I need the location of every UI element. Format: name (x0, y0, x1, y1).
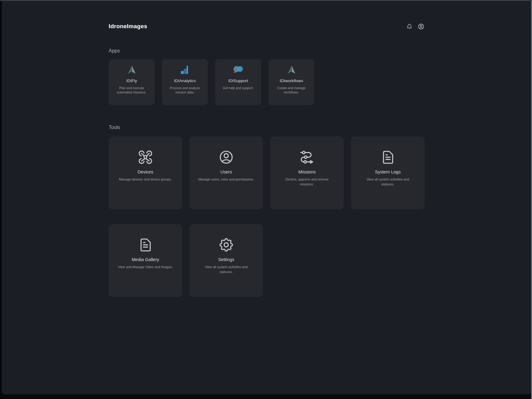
app-card-title: IDIworkflows (272, 78, 311, 83)
tool-card-description: View all system activities and statuses. (198, 265, 254, 274)
tool-card-title: Devices (117, 169, 174, 174)
page-header: IdroneImages (109, 22, 425, 30)
chat-bubbles-logo-icon (219, 64, 257, 76)
tool-card-description: View all system activities and statuses. (360, 177, 416, 187)
app-card-idianalytics[interactable]: IDIAnalytics Process and analyze mission… (162, 59, 208, 105)
document-lines-icon (360, 149, 416, 166)
tool-card-users[interactable]: Users Manage users, roles and permission… (189, 136, 263, 209)
tool-card-description: Decline, approve and remove missions. (279, 177, 335, 187)
drone-icon (117, 149, 174, 166)
app-card-title: IDIAnalytics (166, 78, 204, 83)
tool-card-title: Media Gallery (117, 257, 174, 262)
tool-card-system-logs[interactable]: System Logs View all system activities a… (351, 136, 425, 209)
apps-section-heading: Apps (109, 48, 425, 54)
app-window: IdroneImages Apps (2, 1, 531, 394)
tool-card-title: Missions (279, 169, 335, 174)
tool-card-title: Settings (198, 257, 254, 262)
tool-card-description: View and Manage Video and Images. (117, 265, 174, 270)
tool-card-title: System Logs (360, 169, 416, 174)
app-card-description: Plan and execute automated missions. (112, 86, 151, 95)
tool-card-devices[interactable]: Devices Manage devices and device groups… (109, 136, 182, 209)
bar-chart-logo-icon (166, 64, 204, 76)
header-icons (406, 23, 425, 30)
notifications-bell-icon[interactable] (406, 23, 413, 30)
app-card-description: Create and manage workflows. (272, 86, 311, 95)
tool-card-description: Manage users, roles and permissions. (198, 177, 254, 182)
tool-card-media-gallery[interactable]: Media Gallery View and Manage Video and … (109, 224, 182, 297)
app-card-title: IDISupport (219, 78, 257, 83)
page-title: IdroneImages (109, 23, 147, 30)
app-card-description: Process and analyze mission data. (166, 86, 204, 95)
app-card-idifly[interactable]: IDIFly Plan and execute automated missio… (109, 59, 155, 105)
idiworkflows-triangle-logo-icon (272, 64, 311, 76)
app-card-idiworkflows[interactable]: IDIworkflows Create and manage workflows… (268, 59, 314, 105)
main-content: IdroneImages Apps (109, 1, 425, 297)
gear-icon (198, 236, 254, 253)
document-lines-icon (117, 236, 174, 253)
tool-card-description: Manage devices and device groups. (117, 177, 174, 182)
app-card-title: IDIFly (112, 78, 151, 83)
user-account-icon[interactable] (418, 23, 425, 30)
tools-section-heading: Tools (109, 125, 425, 130)
tool-card-settings[interactable]: Settings View all system activities and … (189, 224, 263, 297)
tool-card-missions[interactable]: Missions Decline, approve and remove mis… (270, 136, 344, 209)
route-icon (279, 149, 335, 166)
app-card-idisupport[interactable]: IDISupport Get help and support. (215, 59, 261, 105)
tool-card-title: Users (198, 169, 254, 174)
idifly-triangle-logo-icon (112, 64, 151, 76)
tools-grid: Devices Manage devices and device groups… (109, 136, 425, 297)
apps-grid: IDIFly Plan and execute automated missio… (109, 59, 425, 105)
user-circle-icon (198, 149, 254, 166)
app-card-description: Get help and support. (219, 86, 257, 90)
